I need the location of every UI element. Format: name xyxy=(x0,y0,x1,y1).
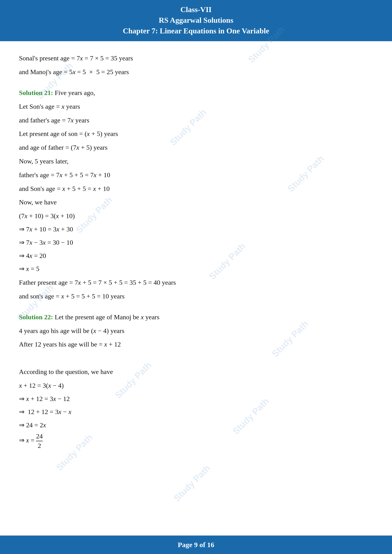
sol22-line2: After 12 years his age will be = x + 12 xyxy=(19,338,373,351)
sol22-eq2: ⇒ x + 12 = 3x − 12 xyxy=(19,393,373,405)
sol21-eq5: ⇒ x = 5 xyxy=(19,263,373,275)
sol21-intro-line: Solution 21: Five years ago, xyxy=(19,87,373,99)
sol21-eq4: ⇒ 4x = 20 xyxy=(19,250,373,262)
solution-22-block: Solution 22: Let the present age of Mano… xyxy=(19,311,373,450)
header-title-line2: RS Aggarwal Solutions xyxy=(5,15,387,26)
fraction-denominator: 2 xyxy=(36,441,43,450)
fraction-24-over-2: 24 2 xyxy=(36,432,43,450)
sol22-eq1: x + 12 = 3(x − 4) xyxy=(19,380,373,392)
sol22-line1: 4 years ago his age will be (x − 4) year… xyxy=(19,325,373,337)
sol21-line3: Let present age of son = (x + 5) years xyxy=(19,128,373,140)
header-title-line1: Class-VII xyxy=(5,4,387,15)
sol21-intro-text: Five years ago, xyxy=(55,89,95,97)
sol21-line4: and age of father = (7x + 5) years xyxy=(19,141,373,154)
manoj-age-line: and Manoj's age = 5x = 5 × 5 = 25 years xyxy=(19,66,373,78)
sol21-eq2: ⇒ 7x + 10 = 3x + 30 xyxy=(19,223,373,235)
sol22-eq4: ⇒ 24 = 2x xyxy=(19,419,373,431)
page-footer: Page 9 of 16 xyxy=(0,535,392,554)
sol21-ans2: and son's age = x + 5 = 5 + 5 = 10 years xyxy=(19,290,373,303)
sol22-label: Solution 22: xyxy=(19,313,53,321)
sol22-eq5: ⇒ x = 24 2 xyxy=(19,432,373,450)
header-title-line3: Chapter 7: Linear Equations in One Varia… xyxy=(5,26,387,36)
page-number: Page 9 of 16 xyxy=(178,541,214,548)
sol21-eq1: (7x + 10) = 3(x + 10) xyxy=(19,210,373,222)
solution-21-block: Solution 21: Five years ago, Let Son's a… xyxy=(19,87,373,303)
main-content: Sonal's present age = 7x = 7 × 5 = 35 ye… xyxy=(0,41,392,470)
sol21-line7: and Son's age = x + 5 + 5 = x + 10 xyxy=(19,183,373,195)
sol21-line5: Now, 5 years later, xyxy=(19,155,373,167)
page-header: Class-VII RS Aggarwal Solutions Chapter … xyxy=(0,0,392,41)
sol21-ans1: Father present age = 7x + 5 = 7 × 5 + 5 … xyxy=(19,277,373,289)
sol21-line8: Now, we have xyxy=(19,196,373,208)
sol22-line3: According to the question, we have xyxy=(19,366,373,378)
fraction-numerator: 24 xyxy=(36,432,43,441)
sol22-intro-line: Solution 22: Let the present age of Mano… xyxy=(19,311,373,323)
sol22-eq3: ⇒ 12 + 12 = 3x − x xyxy=(19,406,373,418)
sol22-intro-text: Let the present age of Manoj be x years xyxy=(55,313,160,321)
sol21-line1: Let Son's age = x years xyxy=(19,100,373,113)
sol21-eq3: ⇒ 7x − 3x = 30 − 10 xyxy=(19,236,373,249)
sol21-label: Solution 21: xyxy=(19,89,53,97)
sol21-line6: father's age = 7x + 5 + 5 = 7x + 10 xyxy=(19,169,373,181)
sol21-line2: and father's age = 7x years xyxy=(19,114,373,126)
sonal-age-line: Sonal's present age = 7x = 7 × 5 = 35 ye… xyxy=(19,52,373,64)
